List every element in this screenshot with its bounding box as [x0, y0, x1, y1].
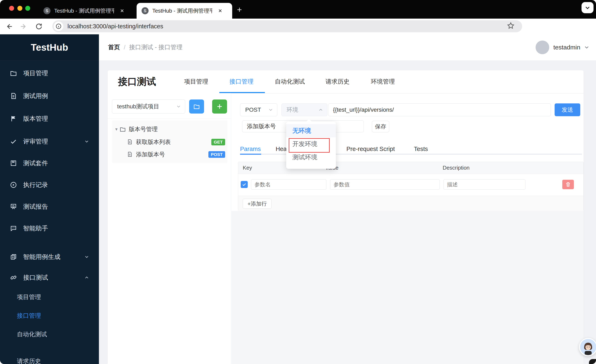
row-checkbox[interactable]: [241, 181, 248, 188]
bookmark-star-icon[interactable]: [507, 22, 515, 30]
tab-tests[interactable]: Tests: [414, 143, 428, 155]
sidebar-subitem-label: 接口管理: [17, 312, 41, 320]
folder-icon: [120, 126, 126, 132]
chevron-down-icon: [268, 107, 273, 112]
caret-down-icon[interactable]: ▾: [115, 127, 118, 132]
sidebar-subitem-history[interactable]: 请求历史: [0, 355, 99, 364]
chevron-down-icon: [84, 254, 89, 260]
column-description: Description: [443, 162, 469, 174]
app-logo: TestHub: [0, 34, 99, 61]
play-circle-icon: [10, 181, 17, 189]
environment-select-value: 环境: [287, 106, 298, 114]
book-icon: [10, 160, 17, 167]
param-value-input[interactable]: [330, 179, 440, 190]
tab-interfaces[interactable]: 接口管理: [230, 70, 253, 93]
document-icon: [127, 139, 133, 145]
add-interface-button[interactable]: [212, 100, 227, 114]
tab-history[interactable]: 请求历史: [326, 70, 350, 93]
folder-icon: [193, 103, 200, 110]
site-info-icon[interactable]: [54, 22, 63, 31]
env-option-none[interactable]: 无环境: [286, 124, 336, 137]
favicon-icon: S: [44, 7, 51, 14]
plus-icon: [216, 103, 223, 110]
project-select[interactable]: testhub测试项目: [112, 100, 185, 114]
folder-icon: [10, 70, 17, 77]
address-bar[interactable]: localhost:3000/api-testing/interfaces: [52, 20, 522, 32]
minimize-window-button[interactable]: [17, 6, 22, 11]
flag-icon: [10, 115, 17, 122]
sidebar-item-suites[interactable]: 测试套件: [0, 156, 99, 170]
delete-row-button[interactable]: [562, 180, 574, 189]
tab-environments[interactable]: 环境管理: [371, 70, 395, 93]
avatar: [536, 41, 549, 54]
active-subtab-underline: [240, 154, 261, 155]
tree-folder-row[interactable]: ▾ 版本号管理: [112, 124, 227, 135]
user-menu[interactable]: testadmin: [536, 34, 590, 60]
tab-projects[interactable]: 项目管理: [184, 70, 208, 93]
sidebar-item-versions[interactable]: 版本管理: [0, 112, 99, 125]
browser-tab-strip: S TestHub - 测试用例管理平台 S TestHub - 测试用例管理平…: [0, 0, 596, 19]
environment-dropdown: 无环境 开发环境 测试环境: [286, 122, 336, 169]
tree-api-row[interactable]: 获取版本列表 GET: [112, 137, 227, 148]
method-badge-post: POST: [209, 151, 225, 158]
document-icon: [10, 92, 17, 100]
add-row-button[interactable]: +添加行: [243, 199, 271, 209]
tree-api-row[interactable]: 添加版本号 POST: [112, 149, 227, 160]
tree-api-label: 获取版本列表: [136, 138, 171, 146]
url-input[interactable]: [328, 103, 551, 116]
sidebar-item-label: 评审管理: [23, 137, 48, 146]
sidebar-item-label: 智能用例生成: [23, 253, 60, 261]
corner-widget[interactable]: [589, 359, 596, 364]
add-folder-button[interactable]: [189, 100, 204, 114]
params-table-footer: +添加行: [238, 196, 583, 211]
sidebar-subitem-automation[interactable]: 自动化测试: [0, 328, 99, 341]
sidebar-item-testcases[interactable]: 测试用例: [0, 89, 99, 103]
sidebar-subitem-label: 请求历史: [17, 357, 41, 364]
forward-button[interactable]: [19, 22, 29, 31]
breadcrumb-home[interactable]: 首页: [108, 43, 120, 51]
reload-button[interactable]: [34, 22, 44, 31]
environment-select[interactable]: 环境: [282, 103, 327, 116]
browser-tab[interactable]: S TestHub - 测试用例管理平台: [38, 3, 132, 19]
method-select[interactable]: POST: [240, 103, 277, 116]
chevron-up-icon: [84, 275, 89, 280]
assistant-girl-icon: [580, 339, 596, 355]
close-tab-icon[interactable]: [120, 8, 125, 13]
send-button[interactable]: 发送: [555, 103, 580, 116]
tab-search-button[interactable]: [581, 2, 594, 13]
close-window-button[interactable]: [9, 6, 14, 11]
sidebar-item-projects[interactable]: 项目管理: [0, 66, 99, 80]
back-button[interactable]: [4, 22, 14, 31]
chevron-down-icon: [176, 104, 181, 109]
panel-divider: [108, 118, 231, 119]
sidebar-item-reviews[interactable]: 评审管理: [0, 135, 99, 148]
workspace-card: 接口测试 项目管理 接口管理 自动化测试 请求历史 环境管理 testhub测试…: [108, 70, 584, 364]
sidebar-subitem-interfaces[interactable]: 接口管理: [0, 309, 99, 322]
sidebar-item-assistant[interactable]: 智能助手: [0, 221, 99, 235]
browser-toolbar: localhost:3000/api-testing/interfaces J: [0, 19, 596, 35]
param-desc-input[interactable]: [443, 179, 525, 190]
sidebar-item-reports[interactable]: 测试报告: [0, 200, 99, 213]
tab-params[interactable]: Params: [240, 143, 261, 155]
breadcrumb: 首页 / 接口测试 - 接口管理: [108, 34, 183, 60]
new-tab-button[interactable]: [236, 7, 243, 13]
check-icon: [242, 182, 247, 187]
close-tab-icon[interactable]: [218, 8, 223, 13]
favicon-icon: S: [142, 7, 149, 14]
sidebar-item-executions[interactable]: 执行记录: [0, 178, 99, 192]
sidebar-subitem-projects[interactable]: 项目管理: [0, 291, 99, 304]
zoom-window-button[interactable]: [25, 6, 30, 11]
assistant-avatar[interactable]: [579, 338, 596, 356]
save-button[interactable]: 保存: [372, 121, 389, 132]
tab-prerequest-script[interactable]: Pre-request Script: [346, 143, 395, 155]
sidebar-item-api-testing[interactable]: 接口测试: [0, 271, 99, 284]
param-key-input[interactable]: [251, 179, 326, 190]
chevron-down-icon: [84, 139, 89, 144]
tab-automation[interactable]: 自动化测试: [275, 70, 305, 93]
method-select-value: POST: [245, 107, 261, 113]
sidebar-item-ai-cases[interactable]: 智能用例生成: [0, 250, 99, 264]
browser-tab-active[interactable]: S TestHub - 测试用例管理平台: [137, 3, 232, 19]
sidebar-item-label: 测试套件: [23, 159, 48, 167]
project-select-value: testhub测试项目: [117, 102, 171, 110]
sidebar-item-label: 智能助手: [23, 224, 48, 233]
